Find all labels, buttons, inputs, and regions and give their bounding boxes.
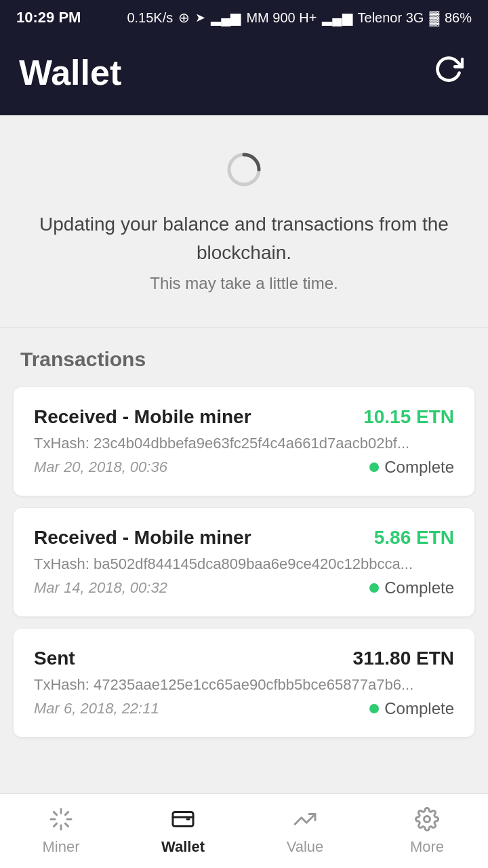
tx-amount: 10.15 ETN [363,406,454,428]
tx-top-row: Received - Mobile miner 5.86 ETN [34,527,454,549]
status-time: 10:29 PM [16,9,81,26]
svg-line-3 [54,812,56,814]
transactions-section: Transactions Received - Mobile miner 10.… [0,328,488,763]
status-dot-icon [369,462,379,472]
location-icon: ⊕ [178,9,190,26]
tx-top-row: Received - Mobile miner 10.15 ETN [34,406,454,428]
loading-sub-text: This may take a little time. [150,274,338,293]
nav-item-wallet[interactable]: Wallet [122,804,244,856]
refresh-icon [434,54,464,84]
tx-top-row: Sent 311.80 ETN [34,648,454,669]
wallet-label: Wallet [161,838,205,856]
svg-line-8 [65,812,68,814]
tx-date: Mar 20, 2018, 00:36 [34,458,167,476]
tx-bottom-row: Mar 20, 2018, 00:36 Complete [34,458,454,477]
signal-2: ▂▄▆ [322,9,352,26]
more-label: More [410,838,444,856]
tx-bottom-row: Mar 14, 2018, 00:32 Complete [34,578,454,597]
transaction-card[interactable]: Sent 311.80 ETN TxHash: 47235aae125e1cc6… [14,629,474,737]
wallet-nav-icon [168,804,198,834]
carrier1: MM 900 H+ [246,10,317,26]
value-icon [290,804,320,834]
nav-item-value[interactable]: Value [244,804,366,856]
page-title: Wallet [19,52,121,93]
tx-bottom-row: Mar 6, 2018, 22:11 Complete [34,699,454,718]
loading-section: Updating your balance and transactions f… [0,115,488,328]
network-speed: 0.15K/s [127,10,173,26]
tx-type: Sent [34,648,75,669]
tx-status: Complete [369,578,454,597]
miner-icon [46,804,76,834]
svg-point-10 [424,816,430,822]
transaction-card[interactable]: Received - Mobile miner 10.15 ETN TxHash… [14,387,474,496]
signal-1: ▂▄▆ [211,9,241,26]
tx-amount: 5.86 ETN [374,527,454,549]
nav-item-miner[interactable]: Miner [0,804,122,856]
tx-amount: 311.80 ETN [353,648,454,669]
nav-item-more[interactable]: More [366,804,488,856]
loading-spinner [224,149,264,190]
battery-level: 86% [445,10,472,26]
tx-hash: TxHash: 23c4b04dbbefa9e63fc25f4c4a661d7a… [34,435,454,452]
tx-hash: TxHash: ba502df844145dca809baa6e9ce420c1… [34,555,454,573]
status-dot-icon [369,704,379,713]
status-bar: 10:29 PM 0.15K/s ⊕ ➤ ▂▄▆ MM 900 H+ ▂▄▆ T… [0,0,488,35]
miner-label: Miner [42,838,79,856]
tx-type: Received - Mobile miner [34,527,251,549]
carrier2: Telenor 3G [358,10,424,26]
bottom-navigation: Miner Wallet Value More [0,793,488,868]
transactions-list: Received - Mobile miner 10.15 ETN TxHash… [14,387,474,737]
tx-type: Received - Mobile miner [34,406,251,428]
tx-date: Mar 14, 2018, 00:32 [34,579,167,597]
direction-icon: ➤ [195,10,205,25]
battery-icon: ▓ [429,10,439,26]
loading-main-text: Updating your balance and transactions f… [27,210,461,267]
svg-line-4 [65,823,68,826]
refresh-button[interactable] [428,49,469,96]
status-right: 0.15K/s ⊕ ➤ ▂▄▆ MM 900 H+ ▂▄▆ Telenor 3G… [127,9,472,26]
tx-status: Complete [369,699,454,718]
value-label: Value [287,838,324,856]
tx-hash: TxHash: 47235aae125e1cc65ae90cfbb5bce658… [34,676,454,694]
tx-date: Mar 6, 2018, 22:11 [34,700,159,717]
svg-line-7 [54,823,56,826]
header: Wallet [0,35,488,115]
tx-status: Complete [369,458,454,477]
status-dot-icon [369,583,379,593]
more-icon [412,804,442,834]
transactions-title: Transactions [14,348,474,371]
transaction-card[interactable]: Received - Mobile miner 5.86 ETN TxHash:… [14,508,474,616]
